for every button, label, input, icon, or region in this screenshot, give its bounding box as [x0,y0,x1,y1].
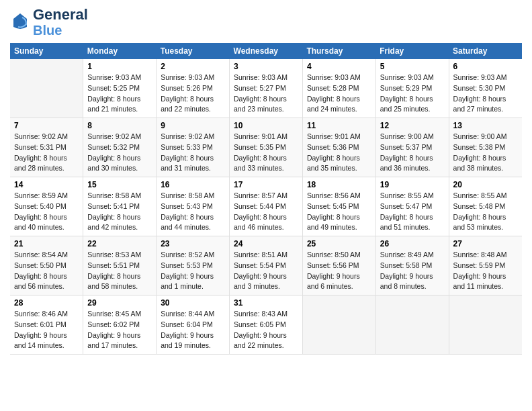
week-row-3: 14Sunrise: 8:59 AM Sunset: 5:40 PM Dayli… [10,177,522,236]
calendar-cell: 14Sunrise: 8:59 AM Sunset: 5:40 PM Dayli… [10,177,83,236]
day-info: Sunrise: 8:58 AM Sunset: 5:41 PM Dayligh… [87,191,152,233]
day-info: Sunrise: 9:01 AM Sunset: 5:35 PM Dayligh… [234,132,298,174]
day-number: 12 [380,121,445,130]
calendar-cell: 21Sunrise: 8:54 AM Sunset: 5:50 PM Dayli… [10,236,83,295]
calendar-cell: 7Sunrise: 9:02 AM Sunset: 5:31 PM Daylig… [10,118,83,177]
calendar-cell: 19Sunrise: 8:55 AM Sunset: 5:47 PM Dayli… [375,177,449,236]
calendar-cell: 2Sunrise: 9:03 AM Sunset: 5:26 PM Daylig… [157,59,230,118]
day-number: 31 [234,298,298,308]
day-number: 15 [87,180,152,189]
calendar-cell: 25Sunrise: 8:50 AM Sunset: 5:56 PM Dayli… [302,236,375,295]
day-number: 24 [234,239,298,248]
calendar-cell: 17Sunrise: 8:57 AM Sunset: 5:44 PM Dayli… [230,177,303,236]
calendar-cell: 31Sunrise: 8:43 AM Sunset: 6:05 PM Dayli… [230,295,303,355]
day-info: Sunrise: 8:51 AM Sunset: 5:54 PM Dayligh… [234,250,298,292]
calendar-cell: 4Sunrise: 9:03 AM Sunset: 5:28 PM Daylig… [302,59,375,118]
week-row-5: 28Sunrise: 8:46 AM Sunset: 6:01 PM Dayli… [10,295,522,355]
calendar-cell [375,295,449,355]
logo: GeneralBlue [10,7,88,38]
day-number: 30 [161,298,225,308]
day-info: Sunrise: 8:55 AM Sunset: 5:47 PM Dayligh… [380,191,445,233]
day-number: 3 [234,62,298,71]
calendar-body: 1Sunrise: 9:03 AM Sunset: 5:25 PM Daylig… [10,59,522,355]
calendar-cell: 26Sunrise: 8:49 AM Sunset: 5:58 PM Dayli… [375,236,449,295]
day-number: 26 [380,239,445,248]
day-number: 28 [14,298,79,308]
day-number: 19 [380,180,445,189]
day-number: 1 [87,62,152,71]
week-row-1: 1Sunrise: 9:03 AM Sunset: 5:25 PM Daylig… [10,59,522,118]
day-number: 16 [161,180,225,189]
header-row: SundayMondayTuesdayWednesdayThursdayFrid… [10,43,522,59]
calendar-cell: 10Sunrise: 9:01 AM Sunset: 5:35 PM Dayli… [230,118,303,177]
calendar-cell: 1Sunrise: 9:03 AM Sunset: 5:25 PM Daylig… [83,59,157,118]
day-info: Sunrise: 8:44 AM Sunset: 6:04 PM Dayligh… [161,309,225,351]
day-info: Sunrise: 8:48 AM Sunset: 5:59 PM Dayligh… [453,250,518,292]
column-header-friday: Friday [375,43,449,59]
calendar-cell: 6Sunrise: 9:03 AM Sunset: 5:30 PM Daylig… [449,59,522,118]
logo-icon [10,12,30,32]
day-number: 4 [307,62,371,71]
day-number: 18 [307,180,371,189]
calendar-cell: 13Sunrise: 9:00 AM Sunset: 5:38 PM Dayli… [449,118,522,177]
day-number: 5 [380,62,445,71]
day-number: 23 [161,239,225,248]
calendar-cell: 11Sunrise: 9:01 AM Sunset: 5:36 PM Dayli… [302,118,375,177]
logo-line2: Blue [33,23,88,38]
day-info: Sunrise: 8:57 AM Sunset: 5:44 PM Dayligh… [234,191,298,233]
day-number: 13 [453,121,518,130]
day-info: Sunrise: 8:46 AM Sunset: 6:01 PM Dayligh… [14,309,79,351]
main-container: GeneralBlue SundayMondayTuesdayWednesday… [0,0,532,361]
day-number: 6 [453,62,518,71]
calendar-cell: 9Sunrise: 9:02 AM Sunset: 5:33 PM Daylig… [157,118,230,177]
day-number: 11 [307,121,371,130]
column-header-wednesday: Wednesday [230,43,303,59]
day-info: Sunrise: 9:02 AM Sunset: 5:32 PM Dayligh… [87,132,152,174]
day-number: 10 [234,121,298,130]
week-row-2: 7Sunrise: 9:02 AM Sunset: 5:31 PM Daylig… [10,118,522,177]
calendar-cell: 16Sunrise: 8:58 AM Sunset: 5:43 PM Dayli… [157,177,230,236]
day-info: Sunrise: 9:03 AM Sunset: 5:26 PM Dayligh… [161,73,225,115]
day-number: 25 [307,239,371,248]
day-info: Sunrise: 8:53 AM Sunset: 5:51 PM Dayligh… [87,250,152,292]
calendar-cell: 5Sunrise: 9:03 AM Sunset: 5:29 PM Daylig… [375,59,449,118]
day-number: 27 [453,239,518,248]
day-info: Sunrise: 9:02 AM Sunset: 5:31 PM Dayligh… [14,132,79,174]
day-info: Sunrise: 9:03 AM Sunset: 5:27 PM Dayligh… [234,73,298,115]
calendar-cell: 24Sunrise: 8:51 AM Sunset: 5:54 PM Dayli… [230,236,303,295]
calendar-cell: 30Sunrise: 8:44 AM Sunset: 6:04 PM Dayli… [157,295,230,355]
calendar-cell: 20Sunrise: 8:55 AM Sunset: 5:48 PM Dayli… [449,177,522,236]
logo-line1: General [33,7,88,23]
day-info: Sunrise: 8:49 AM Sunset: 5:58 PM Dayligh… [380,250,445,292]
week-row-4: 21Sunrise: 8:54 AM Sunset: 5:50 PM Dayli… [10,236,522,295]
day-info: Sunrise: 8:43 AM Sunset: 6:05 PM Dayligh… [234,309,298,351]
day-number: 22 [87,239,152,248]
column-header-monday: Monday [83,43,157,59]
calendar-cell: 8Sunrise: 9:02 AM Sunset: 5:32 PM Daylig… [83,118,157,177]
calendar-header: SundayMondayTuesdayWednesdayThursdayFrid… [10,43,522,59]
column-header-sunday: Sunday [10,43,83,59]
calendar-cell: 29Sunrise: 8:45 AM Sunset: 6:02 PM Dayli… [83,295,157,355]
day-info: Sunrise: 9:02 AM Sunset: 5:33 PM Dayligh… [161,132,225,174]
calendar-cell: 3Sunrise: 9:03 AM Sunset: 5:27 PM Daylig… [230,59,303,118]
day-info: Sunrise: 9:03 AM Sunset: 5:29 PM Dayligh… [380,73,445,115]
day-info: Sunrise: 8:55 AM Sunset: 5:48 PM Dayligh… [453,191,518,233]
day-number: 7 [14,121,79,130]
logo-text: GeneralBlue [33,7,88,38]
header: GeneralBlue [10,7,522,38]
column-header-tuesday: Tuesday [157,43,230,59]
day-number: 29 [87,298,152,308]
day-number: 2 [161,62,225,71]
day-info: Sunrise: 9:00 AM Sunset: 5:38 PM Dayligh… [453,132,518,174]
calendar-cell [302,295,375,355]
calendar-cell: 18Sunrise: 8:56 AM Sunset: 5:45 PM Dayli… [302,177,375,236]
day-info: Sunrise: 8:56 AM Sunset: 5:45 PM Dayligh… [307,191,371,233]
calendar-cell: 23Sunrise: 8:52 AM Sunset: 5:53 PM Dayli… [157,236,230,295]
day-info: Sunrise: 9:03 AM Sunset: 5:28 PM Dayligh… [307,73,371,115]
calendar-cell: 12Sunrise: 9:00 AM Sunset: 5:37 PM Dayli… [375,118,449,177]
calendar-cell: 27Sunrise: 8:48 AM Sunset: 5:59 PM Dayli… [449,236,522,295]
day-info: Sunrise: 8:54 AM Sunset: 5:50 PM Dayligh… [14,250,79,292]
day-info: Sunrise: 8:52 AM Sunset: 5:53 PM Dayligh… [161,250,225,292]
column-header-saturday: Saturday [449,43,522,59]
calendar-cell [10,59,83,118]
